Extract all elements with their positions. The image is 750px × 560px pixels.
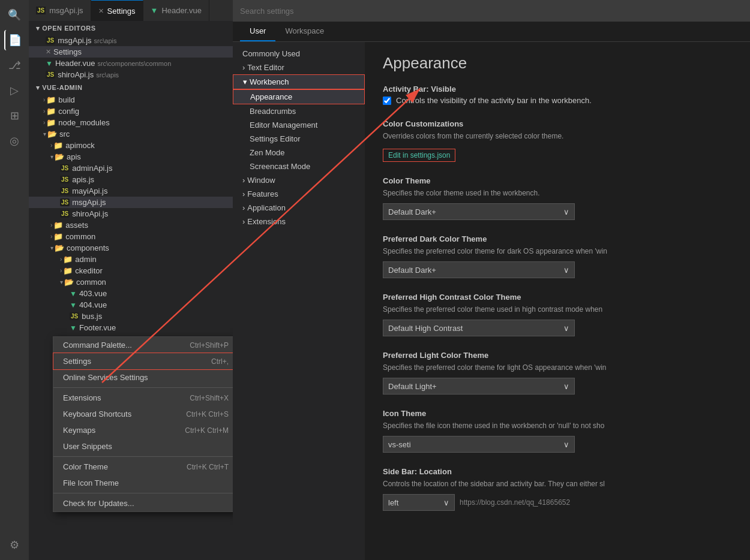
tab-msgapi-label: msgApi.js <box>49 6 83 15</box>
search-icon[interactable]: 🔍 <box>4 5 25 25</box>
explorer-icon[interactable]: 📄 <box>4 30 25 50</box>
nav-appearance[interactable]: Appearance <box>233 89 365 104</box>
remote-icon[interactable]: ◎ <box>4 131 25 151</box>
folder-components[interactable]: ▾ 📂 components <box>29 242 233 254</box>
tab-settings-close[interactable]: ✕ <box>98 7 104 15</box>
setting-color-theme: Color Theme Specifies the color theme us… <box>383 176 732 220</box>
folder-apis[interactable]: ▾ 📂 apis <box>29 151 233 162</box>
folder-icon: 📁 <box>53 232 63 241</box>
file-shiroapi-explorer-name: shiroApi.js <box>72 209 108 218</box>
nav-editor-management[interactable]: Editor Management <box>233 118 365 132</box>
setting-preferred-light-select[interactable]: Default Light+ ∨ <box>383 378 575 395</box>
menu-command-palette[interactable]: Command Palette... Ctrl+Shift+P <box>53 337 233 353</box>
vue-icon: ▼ <box>70 301 77 309</box>
nav-settings-editor-label: Settings Editor <box>250 134 301 143</box>
setting-preferred-hc-select[interactable]: Default High Contrast ∨ <box>383 320 575 336</box>
setting-color-customizations-desc: Overrides colors from the currently sele… <box>383 131 732 141</box>
setting-preferred-light-desc: Specifies the preferred color theme for … <box>383 362 732 373</box>
nav-text-editor[interactable]: › Text Editor <box>233 61 365 74</box>
setting-sidebar-location: Side Bar: Location Controls the location… <box>383 467 732 511</box>
js-icon: JS <box>60 210 70 218</box>
tab-settings[interactable]: ✕ Settings <box>91 0 143 21</box>
setting-preferred-hc-value: Default High Contrast <box>388 324 463 333</box>
nav-breadcrumbs[interactable]: Breadcrumbs <box>233 104 365 118</box>
nav-workbench[interactable]: ▾ Workbench <box>233 74 365 89</box>
folder-icon: 📁 <box>46 95 56 104</box>
nav-commonly-used[interactable]: Commonly Used <box>233 47 365 61</box>
setting-color-theme-desc: Specifies the color theme used in the wo… <box>383 188 732 198</box>
file-apis[interactable]: JS apis.js <box>29 174 233 185</box>
file-shiroapi-explorer[interactable]: JS shiroApi.js <box>29 208 233 219</box>
js-icon-shiro: JS <box>46 71 55 79</box>
chevron-right-icon: › <box>43 119 45 126</box>
file-footer[interactable]: ▼ Footer.vue <box>29 322 233 333</box>
menu-settings-shortcut: Ctrl+, <box>211 357 229 366</box>
source-control-icon[interactable]: ⎇ <box>4 55 25 76</box>
setting-activity-bar-label: Activity Bar: Visible <box>383 85 732 94</box>
chevron-down-icon: ▾ <box>60 279 63 285</box>
nav-features[interactable]: › Features <box>233 187 365 201</box>
file-403[interactable]: ▼ 403.vue <box>29 288 233 299</box>
menu-color-theme[interactable]: Color Theme Ctrl+K Ctrl+T <box>53 459 233 475</box>
nav-application[interactable]: › Application <box>233 201 365 215</box>
file-404[interactable]: ▼ 404.vue <box>29 299 233 311</box>
menu-settings[interactable]: Settings Ctrl+, <box>53 353 233 369</box>
file-header-vue-open[interactable]: ▼ Header.vue src\components\common <box>29 58 233 69</box>
folder-src[interactable]: ▾ 📂 src <box>29 128 233 140</box>
nav-settings-editor[interactable]: Settings Editor <box>233 132 365 146</box>
folder-assets[interactable]: › 📁 assets <box>29 219 233 231</box>
setting-sidebar-location-select[interactable]: left ∨ <box>383 494 455 511</box>
folder-config-name: config <box>58 107 79 116</box>
file-settings-open[interactable]: ✕ Settings <box>29 46 233 58</box>
menu-extensions[interactable]: Extensions Ctrl+Shift+X <box>53 390 233 406</box>
setting-activity-bar-checkbox[interactable] <box>383 97 391 105</box>
setting-color-theme-select[interactable]: Default Dark+ ∨ <box>383 203 575 220</box>
setting-preferred-high-contrast-theme: Preferred High Contrast Color Theme Spec… <box>383 293 732 336</box>
nav-application-label: Application <box>247 203 286 212</box>
file-msgapi-open[interactable]: JS msgApi.js src\apis <box>29 35 233 46</box>
menu-keyboard-shortcuts[interactable]: Keyboard Shortcuts Ctrl+K Ctrl+S <box>53 406 233 422</box>
folder-common-comp-name: common <box>76 278 106 287</box>
nav-window[interactable]: › Window <box>233 173 365 187</box>
folder-apimock[interactable]: › 📁 apimock <box>29 140 233 151</box>
close-icon-settings[interactable]: ✕ <box>46 48 51 56</box>
folder-build[interactable]: › 📁 build <box>29 94 233 106</box>
folder-node-modules[interactable]: › 📁 node_modules <box>29 117 233 128</box>
nav-extensions[interactable]: › Extensions <box>233 215 365 228</box>
folder-src-name: src <box>59 130 70 139</box>
setting-preferred-dark-select[interactable]: Default Dark+ ∨ <box>383 261 575 278</box>
nav-screencast-mode[interactable]: Screencast Mode <box>233 159 365 173</box>
file-bus[interactable]: JS bus.js <box>29 311 233 322</box>
settings-content: Appearance Activity Bar: Visible Control… <box>365 42 750 560</box>
menu-command-palette-shortcut: Ctrl+Shift+P <box>190 341 229 350</box>
settings-gear-icon[interactable]: ⚙ <box>4 535 25 555</box>
menu-online-services-label: Online Services Settings <box>63 373 148 382</box>
file-shiroapi-open[interactable]: JS shiroApi.js src\apis <box>29 69 233 80</box>
nav-zen-mode[interactable]: Zen Mode <box>233 146 365 159</box>
tab-workspace[interactable]: Workspace <box>275 22 334 41</box>
folder-common[interactable]: › 📁 common <box>29 231 233 242</box>
menu-check-updates[interactable]: Check for Updates... <box>53 495 233 511</box>
menu-file-icon-theme[interactable]: File Icon Theme <box>53 475 233 491</box>
js-icon: JS <box>60 176 70 183</box>
nav-text-editor-label: Text Editor <box>247 63 284 72</box>
file-mayiapi[interactable]: JS mayiApi.js <box>29 185 233 197</box>
file-msgapi-explorer[interactable]: JS msgApi.js <box>29 197 233 208</box>
tab-user[interactable]: User <box>240 22 275 41</box>
tab-msgapi[interactable]: JS msgApi.js <box>29 0 91 21</box>
debug-icon[interactable]: ▷ <box>4 80 25 101</box>
folder-common-comp[interactable]: ▾ 📂 common <box>29 276 233 288</box>
tab-header-vue[interactable]: ▼ Header.vue <box>143 0 209 21</box>
setting-icon-theme-select[interactable]: vs-seti ∨ <box>383 436 575 453</box>
edit-in-settings-json-link[interactable]: Edit in settings.json <box>383 149 455 162</box>
menu-online-services[interactable]: Online Services Settings <box>53 369 233 386</box>
folder-ckeditor[interactable]: › 📁 ckeditor <box>29 265 233 276</box>
folder-icon: 📁 <box>53 221 63 230</box>
folder-admin[interactable]: › 📁 admin <box>29 254 233 265</box>
extensions-icon[interactable]: ⊞ <box>4 106 25 126</box>
menu-keymaps[interactable]: Keymaps Ctrl+K Ctrl+M <box>53 422 233 438</box>
menu-user-snippets[interactable]: User Snippets <box>53 438 233 454</box>
file-adminapi[interactable]: JS adminApi.js <box>29 162 233 174</box>
folder-config[interactable]: › 📁 config <box>29 106 233 117</box>
settings-search-input[interactable] <box>233 0 750 22</box>
